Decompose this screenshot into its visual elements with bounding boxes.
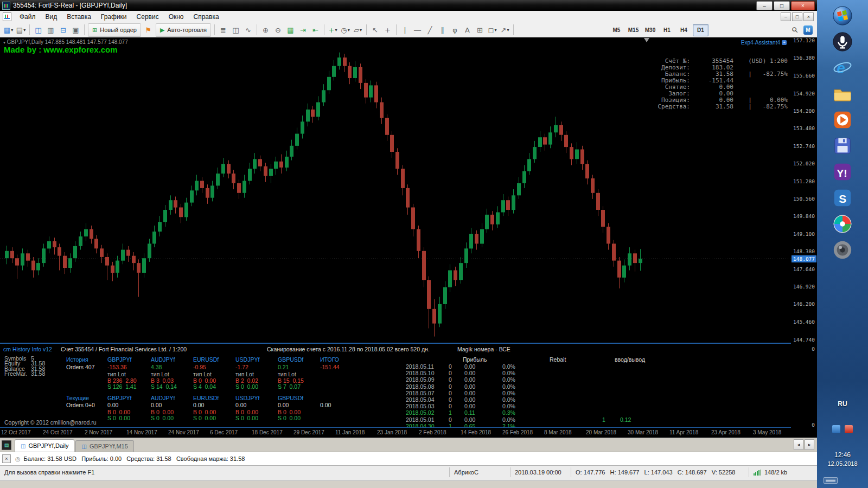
chart-list-icon[interactable]: ▤ bbox=[2, 440, 11, 450]
menu-item-Окно[interactable]: Окно bbox=[164, 13, 189, 21]
new-chart-button[interactable]: ▦▾ bbox=[2, 24, 15, 36]
menu-item-Файл[interactable]: Файл bbox=[15, 13, 41, 21]
menu-item-Вид[interactable]: Вид bbox=[41, 13, 62, 21]
terminal-close-button[interactable]: × bbox=[2, 454, 11, 463]
taskbar-clock[interactable]: 12:46 bbox=[817, 451, 868, 459]
mdi-minimize-button[interactable]: – bbox=[781, 12, 791, 21]
timeframe-button-H4[interactable]: H4 bbox=[676, 24, 692, 36]
candle bbox=[385, 114, 389, 141]
candle-chart-button[interactable]: ◫ bbox=[229, 24, 242, 36]
mql5-icon[interactable]: M bbox=[803, 25, 813, 35]
candle bbox=[227, 160, 231, 178]
channel-button[interactable]: ∥ bbox=[436, 24, 449, 36]
show-desktop-button[interactable] bbox=[824, 477, 838, 484]
fibonacci-button[interactable]: φ bbox=[449, 24, 461, 36]
menu-item-Графики[interactable]: Графики bbox=[96, 13, 132, 21]
timeframe-button-M30[interactable]: M30 bbox=[642, 24, 658, 36]
market-watch-button[interactable]: ◫ bbox=[32, 24, 44, 36]
timeframe-button-M5[interactable]: M5 bbox=[609, 24, 624, 36]
internet-explorer-icon[interactable]: e bbox=[832, 57, 853, 78]
trendline-button[interactable]: ╱ bbox=[424, 24, 436, 36]
current-sell-row: S 0 0.00 bbox=[151, 415, 174, 421]
tray-icon-blue[interactable] bbox=[832, 425, 840, 433]
indicators-button[interactable]: +▾ bbox=[327, 24, 339, 36]
chart-shift-button[interactable]: ⇤ bbox=[309, 24, 322, 36]
terminal-icon: ▣ bbox=[72, 26, 79, 34]
tab-scroll-left-button[interactable]: ◂ bbox=[794, 439, 803, 450]
tray-icon-shield[interactable] bbox=[845, 425, 853, 433]
media-player-icon[interactable] bbox=[832, 110, 853, 130]
candle bbox=[533, 141, 537, 163]
cursor-button[interactable]: ↖ bbox=[369, 24, 381, 36]
templates-button[interactable]: ▱▾ bbox=[352, 24, 364, 36]
mdi-restore-button[interactable]: □ bbox=[792, 12, 802, 21]
daily-date: 2018.04.30 bbox=[406, 423, 435, 428]
stat-label: FreeMar. bbox=[4, 370, 27, 377]
chart-tab-GBPJPYf,M15[interactable]: ◫GBPJPYf,M15 bbox=[75, 440, 133, 452]
zoom-out-button[interactable]: ⊖ bbox=[272, 24, 284, 36]
pinwheel-app-icon[interactable] bbox=[832, 214, 853, 234]
close-button[interactable]: × bbox=[791, 1, 815, 10]
ea-status-icon[interactable]: + bbox=[782, 40, 787, 45]
line-chart-button[interactable]: ∿ bbox=[242, 24, 254, 36]
candle bbox=[216, 168, 220, 189]
text-button[interactable]: A bbox=[461, 24, 474, 36]
new-order-button[interactable]: ⊞Новый ордер bbox=[88, 23, 141, 37]
timeframe-button-M15[interactable]: M15 bbox=[626, 24, 641, 36]
chart-tab-GBPJPYf,Daily[interactable]: ◫GBPJPYf,Daily bbox=[15, 439, 74, 452]
bar-chart-button[interactable]: ≣ bbox=[217, 24, 229, 36]
time-axis[interactable]: 12 Oct 201724 Oct 20172 Nov 201714 Nov 2… bbox=[0, 428, 791, 438]
periods-button[interactable]: ◷▾ bbox=[339, 24, 352, 36]
folder-icon[interactable] bbox=[832, 84, 853, 104]
menu-item-Сервис[interactable]: Сервис bbox=[132, 13, 164, 21]
language-indicator[interactable]: RU bbox=[817, 400, 868, 408]
s-app-icon[interactable]: S bbox=[832, 188, 853, 208]
tab-scroll-right-button[interactable]: ▸ bbox=[805, 439, 814, 450]
profiles-button[interactable]: ▤▾ bbox=[15, 24, 27, 36]
current-sell-row: S 0 0.00 bbox=[193, 415, 216, 421]
io-header: ввод/вывод bbox=[615, 356, 645, 363]
vertical-line-button[interactable]: | bbox=[399, 24, 411, 36]
candle bbox=[21, 248, 24, 270]
autotrade-button[interactable]: ▶Авто-торговля bbox=[156, 23, 211, 37]
timeframe-button-D1[interactable]: D1 bbox=[693, 24, 709, 36]
candle bbox=[522, 165, 526, 188]
data-window-button[interactable]: ▥ bbox=[44, 24, 57, 36]
taskbar-date[interactable]: 12.05.2018 bbox=[817, 460, 868, 467]
current-sell-row: S 0 0.00 bbox=[235, 415, 258, 421]
minimize-button[interactable]: – bbox=[756, 1, 773, 10]
mdi-close-button[interactable]: × bbox=[803, 12, 814, 21]
navigator-button[interactable]: ⊟ bbox=[57, 24, 69, 36]
candle bbox=[158, 216, 162, 236]
daily-count: 0 bbox=[449, 390, 452, 396]
horizontal-line-button[interactable]: ― bbox=[411, 24, 424, 36]
history-lot-header: тип Lot bbox=[151, 371, 169, 377]
maximize-button[interactable]: □ bbox=[774, 1, 790, 10]
candle bbox=[100, 245, 104, 263]
auto-scroll-button[interactable]: ⇥ bbox=[297, 24, 309, 36]
microphone-app-icon[interactable] bbox=[832, 31, 853, 52]
arrows-button[interactable]: ↗▾ bbox=[499, 24, 511, 36]
chart-shift-marker[interactable] bbox=[644, 38, 649, 42]
zoom-in-button[interactable]: ⊕ bbox=[259, 24, 272, 36]
candle bbox=[401, 165, 405, 196]
search-button[interactable]: ⚲ bbox=[789, 24, 801, 36]
timeframe-button-H1[interactable]: H1 bbox=[659, 24, 675, 36]
menu-item-Вставка[interactable]: Вставка bbox=[62, 13, 96, 21]
terminal-button[interactable]: ▣ bbox=[69, 24, 82, 36]
price-scale-label: 147.640 bbox=[793, 266, 815, 272]
text-label-button[interactable]: ⊞ bbox=[474, 24, 486, 36]
subwindow-scale-label: 0 bbox=[812, 346, 815, 352]
start-button[interactable] bbox=[832, 5, 853, 26]
autotrade-flag-button[interactable]: ⚑ bbox=[142, 24, 155, 36]
chart-area[interactable]: ▾ GBPJPYf,Daily 147.885 148.481 147.577 … bbox=[0, 37, 791, 343]
tile-windows-button[interactable]: ▦ bbox=[284, 24, 297, 36]
menu-item-Справка[interactable]: Справка bbox=[189, 13, 224, 21]
yahoo-icon[interactable]: Y! bbox=[832, 162, 853, 182]
price-scale[interactable]: 157.120156.380155.660154.920154.200153.4… bbox=[791, 37, 817, 438]
daily-percent: 0.0% bbox=[502, 383, 515, 390]
save-disk-icon[interactable] bbox=[832, 136, 853, 156]
lens-app-icon[interactable] bbox=[832, 240, 853, 260]
shapes-button[interactable]: ◻▾ bbox=[486, 24, 499, 36]
crosshair-button[interactable]: + bbox=[381, 24, 394, 36]
